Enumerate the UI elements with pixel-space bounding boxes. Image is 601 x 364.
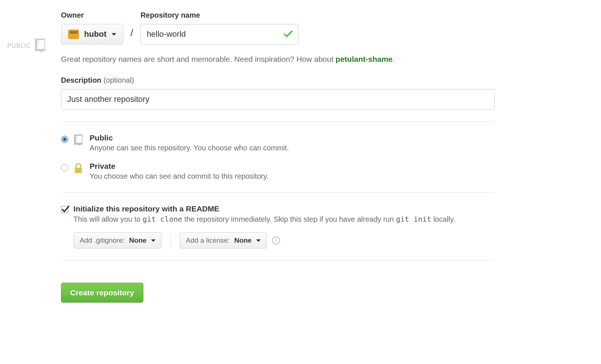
description-label: Description (optional) — [61, 76, 495, 85]
name-suggestion-link[interactable]: petulant-shame — [336, 55, 393, 63]
radio-private[interactable] — [61, 164, 68, 171]
lock-icon — [74, 163, 85, 176]
code-git-clone: git clone — [143, 215, 182, 224]
gitignore-select[interactable]: Add .gitignore: None — [74, 232, 162, 249]
repo-icon — [34, 39, 46, 53]
name-hint: Great repository names are short and mem… — [61, 55, 495, 64]
create-repository-button[interactable]: Create repository — [61, 283, 143, 303]
public-title: Public — [90, 133, 289, 142]
private-title: Private — [90, 162, 269, 171]
divider — [61, 192, 495, 193]
repo-name-label: Repository name — [140, 11, 298, 19]
visibility-private-option[interactable]: Private You choose who can see and commi… — [61, 162, 495, 181]
public-badge-label: PUBLIC — [7, 43, 31, 49]
license-label: Add a license: — [186, 236, 230, 245]
radio-public[interactable] — [61, 136, 68, 143]
divider — [61, 260, 495, 261]
caret-down-icon — [256, 239, 261, 242]
owner-avatar-icon — [68, 29, 79, 39]
divider — [61, 121, 495, 122]
owner-repo-separator: / — [123, 27, 140, 39]
info-icon[interactable]: i — [272, 236, 280, 245]
readme-title: Initialize this repository with a README — [74, 204, 455, 213]
vertical-separator — [171, 232, 171, 249]
description-label-optional: (optional) — [101, 76, 134, 84]
gitignore-label: Add .gitignore: — [80, 236, 125, 245]
owner-selected-value: hubot — [84, 29, 107, 39]
caret-down-icon — [151, 239, 155, 242]
private-subtitle: You choose who can see and commit to thi… — [90, 172, 269, 181]
check-icon — [284, 31, 293, 38]
license-select[interactable]: Add a license: None — [180, 232, 267, 249]
owner-select[interactable]: hubot — [61, 24, 123, 44]
public-subtitle: Anyone can see this repository. You choo… — [90, 144, 289, 152]
readme-subtitle: This will allow you to git clone the rep… — [74, 215, 455, 224]
repo-public-icon — [74, 134, 85, 148]
description-input[interactable] — [61, 89, 495, 110]
license-value: None — [234, 236, 252, 245]
visibility-public-option[interactable]: Public Anyone can see this repository. Y… — [61, 133, 495, 152]
caret-down-icon — [112, 33, 116, 36]
repo-name-input[interactable] — [140, 24, 298, 44]
code-git-init: git init — [396, 215, 431, 224]
name-hint-suffix: . — [393, 55, 395, 63]
owner-label: Owner — [61, 11, 123, 19]
gitignore-value: None — [129, 236, 147, 245]
name-hint-prefix: Great repository names are short and mem… — [61, 55, 336, 63]
public-badge: PUBLIC — [7, 11, 46, 53]
readme-checkbox[interactable] — [61, 206, 68, 213]
description-label-bold: Description — [61, 76, 101, 84]
